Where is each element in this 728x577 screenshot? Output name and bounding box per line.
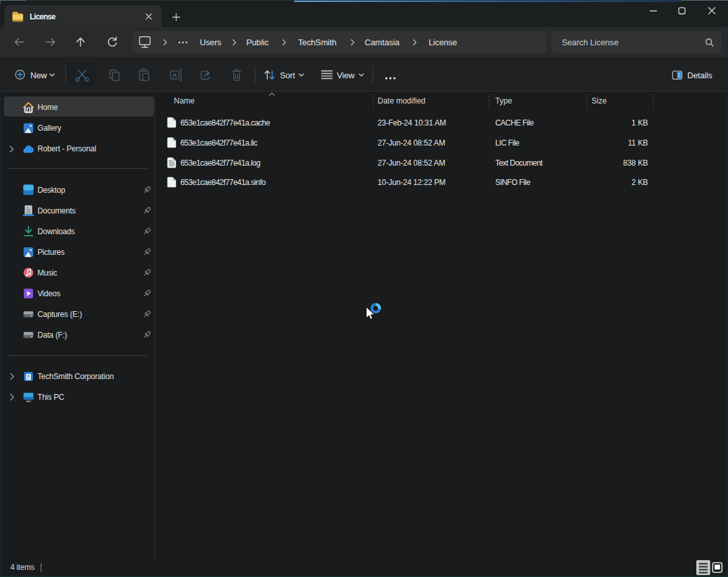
svg-text:A: A [173,71,177,78]
